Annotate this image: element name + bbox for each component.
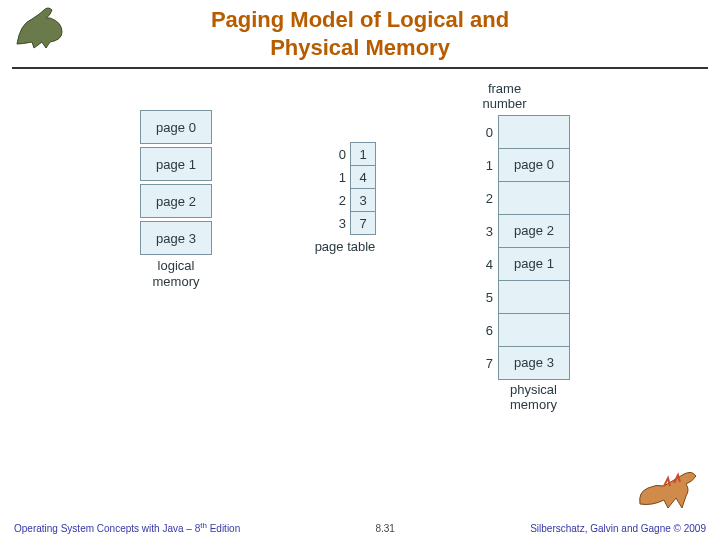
paging-diagram: page 0 page 1 page 2 page 3 logical memo… [0,80,720,490]
dinosaur-top-icon [12,4,72,52]
logical-page: page 1 [140,147,212,181]
page-table-label: page table [314,239,376,255]
footer-book: Operating System Concepts with Java – 8t… [14,521,240,534]
logical-page: page 0 [140,110,212,144]
physical-memory-label: physical memory [497,382,570,413]
pt-frame: 7 [350,211,376,235]
slide-footer: Operating System Concepts with Java – 8t… [0,521,720,534]
physical-frame-row: 5 [475,281,570,314]
physical-frame-row: 6 [475,314,570,347]
pt-frame: 1 [350,142,376,166]
footer-page-number: 8.31 [375,523,394,534]
dinosaur-bottom-icon [634,464,704,514]
logical-page: page 2 [140,184,212,218]
physical-frame-row: 1 page 0 [475,149,570,182]
frame-content [498,280,570,314]
logical-page: page 3 [140,221,212,255]
frame-index: 5 [475,290,493,305]
page-table-row: 0 1 [328,142,376,166]
page-table-row: 1 4 [328,166,376,189]
footer-copyright: Silberschatz, Galvin and Gagne © 2009 [530,523,706,534]
frame-content [498,313,570,347]
frame-content [498,181,570,215]
frame-content: page 0 [498,148,570,182]
frame-content: page 1 [498,247,570,281]
pt-index: 0 [328,147,346,162]
frame-index: 7 [475,356,493,371]
page-table-row: 3 7 [328,212,376,235]
slide-title: Paging Model of Logical and Physical Mem… [0,6,720,61]
logical-memory-block: page 0 page 1 page 2 page 3 logical memo… [140,110,212,289]
physical-frame-row: 4 page 1 [475,248,570,281]
frame-index: 2 [475,191,493,206]
frame-content [498,115,570,149]
footer-book-suffix: Edition [207,523,240,534]
title-rule [12,67,708,69]
page-table-row: 2 3 [328,189,376,212]
slide-header: Paging Model of Logical and Physical Mem… [0,0,720,65]
frame-index: 3 [475,224,493,239]
frame-content: page 2 [498,214,570,248]
physical-memory-block: frame number 0 1 page 0 2 3 page 2 4 pag… [475,82,570,413]
footer-book-sup: th [200,521,207,530]
physical-frame-row: 7 page 3 [475,347,570,380]
physical-frame-row: 0 [475,116,570,149]
pt-frame: 4 [350,165,376,189]
frame-index: 1 [475,158,493,173]
physical-frame-row: 3 page 2 [475,215,570,248]
frame-index: 4 [475,257,493,272]
frame-index: 0 [475,125,493,140]
physical-frame-row: 2 [475,182,570,215]
logical-memory-label: logical memory [140,258,212,289]
pt-index: 3 [328,216,346,231]
frame-number-header: frame number [457,82,552,112]
pt-index: 2 [328,193,346,208]
title-line-2: Physical Memory [270,35,450,60]
page-table-block: 0 1 1 4 2 3 3 7 page table [328,142,376,255]
footer-book-prefix: Operating System Concepts with Java – 8 [14,523,200,534]
title-line-1: Paging Model of Logical and [211,7,509,32]
pt-frame: 3 [350,188,376,212]
frame-index: 6 [475,323,493,338]
pt-index: 1 [328,170,346,185]
frame-content: page 3 [498,346,570,380]
